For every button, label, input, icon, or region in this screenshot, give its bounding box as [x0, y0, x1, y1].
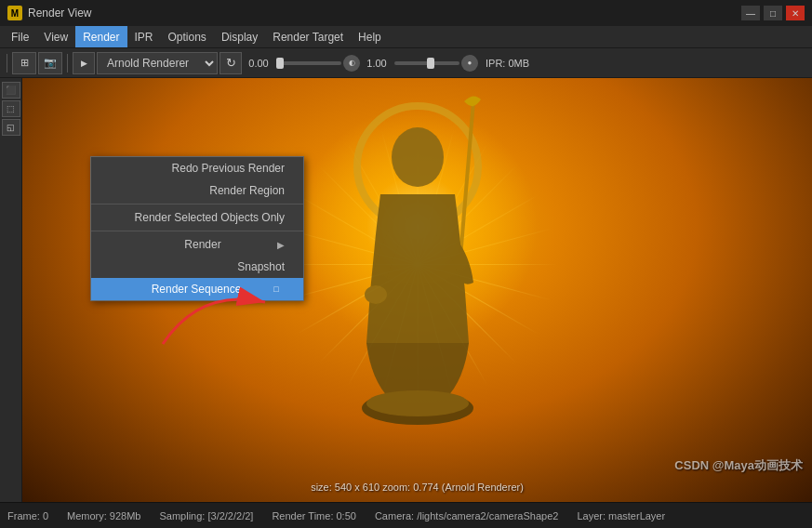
- sequence-shortcut: □: [264, 283, 285, 296]
- exposure-slider[interactable]: [276, 61, 341, 65]
- menu-render[interactable]: Render ▶: [91, 233, 303, 256]
- exposure-group: 0.00: [244, 58, 341, 69]
- menu-bar: File View Render IPR Options Display Ren…: [0, 26, 812, 48]
- left-btn-2[interactable]: ⬚: [2, 100, 20, 117]
- refresh-button[interactable]: ↻: [220, 52, 242, 74]
- renderer-select[interactable]: Arnold Renderer: [97, 52, 218, 74]
- app-icon: M: [7, 6, 22, 20]
- gamma-group: 1.00: [362, 58, 459, 69]
- svg-point-4: [366, 390, 469, 416]
- toolbar-separator-1: [7, 54, 7, 73]
- window-title: Render View: [28, 7, 91, 20]
- status-render-time: Render Time: 0:50: [272, 510, 356, 521]
- selected-label: Render Selected Objects Only: [135, 211, 285, 224]
- render-arrow: ▶: [277, 240, 285, 250]
- redo-label: Redo Previous Render: [172, 162, 285, 175]
- left-btn-1[interactable]: ⬛: [2, 82, 20, 99]
- buddha-figure: [315, 83, 520, 455]
- title-bar: M Render View — □ ✕: [0, 0, 812, 26]
- watermark: CSDN @Maya动画技术: [674, 457, 803, 474]
- region-label: Render Region: [209, 184, 285, 197]
- status-bar: Frame: 0 Memory: 928Mb Sampling: [3/2/2/…: [0, 502, 812, 528]
- render-label: Render: [184, 238, 220, 251]
- status-memory: Memory: 928Mb: [67, 510, 140, 521]
- gamma-value: 1.00: [362, 58, 392, 69]
- gamma-slider[interactable]: [394, 61, 459, 65]
- menu-file[interactable]: File: [4, 26, 36, 47]
- menu-render-region[interactable]: Render Region: [91, 179, 303, 202]
- status-camera: Camera: /lights/camera2/cameraShape2: [375, 510, 558, 521]
- snapshot-label: Snapshot: [237, 260, 285, 273]
- gamma-icon: ●: [461, 55, 478, 72]
- status-frame: Frame: 0: [7, 510, 48, 521]
- svg-point-2: [392, 127, 444, 187]
- close-button[interactable]: ✕: [786, 6, 805, 20]
- exposure-icon: ◐: [343, 55, 360, 72]
- ipr-memory: IPR: 0MB: [486, 58, 529, 69]
- minimize-button[interactable]: —: [741, 6, 760, 20]
- status-layer: Layer: masterLayer: [577, 510, 665, 521]
- toolbar: ⊞ 📷 ▶ Arnold Renderer ↻ 0.00 ◐ 1.00 ● IP…: [0, 48, 812, 78]
- main-content: ⬛ ⬚ ◱: [0, 78, 812, 502]
- sequence-label: Render Sequence: [152, 283, 242, 296]
- shortcut-box: □: [268, 283, 285, 296]
- maximize-button[interactable]: □: [764, 6, 782, 20]
- menu-help[interactable]: Help: [351, 26, 389, 47]
- menu-render[interactable]: Render: [75, 26, 126, 47]
- toolbar-icon-render: ▶: [73, 52, 95, 74]
- menu-redo-previous-render[interactable]: Redo Previous Render: [91, 157, 303, 179]
- left-btn-3[interactable]: ◱: [2, 119, 20, 136]
- status-sampling: Sampling: [3/2/2/2/2]: [160, 510, 254, 521]
- toolbar-btn-grid[interactable]: ⊞: [12, 52, 36, 74]
- toolbar-separator-2: [67, 54, 68, 73]
- toolbar-btn-camera[interactable]: 📷: [38, 52, 62, 74]
- menu-view[interactable]: View: [36, 26, 75, 47]
- menu-render-selected[interactable]: Render Selected Objects Only: [91, 206, 303, 229]
- menu-options[interactable]: Options: [161, 26, 214, 47]
- menu-display[interactable]: Display: [214, 26, 265, 47]
- left-toolbar: ⬛ ⬚ ◱: [0, 78, 22, 502]
- separator-1: [91, 204, 303, 205]
- menu-ipr[interactable]: IPR: [127, 26, 161, 47]
- exposure-value: 0.00: [244, 58, 273, 69]
- viewport-info: size: 540 x 610 zoom: 0.774 (Arnold Rend…: [311, 482, 524, 493]
- render-dropdown-menu: Redo Previous Render Render Region Rende…: [90, 156, 304, 301]
- svg-point-5: [365, 285, 387, 304]
- separator-2: [91, 231, 303, 231]
- menu-render-target[interactable]: Render Target: [265, 26, 351, 47]
- menu-snapshot[interactable]: Snapshot: [91, 256, 303, 278]
- menu-render-sequence[interactable]: Render Sequence □: [91, 278, 303, 300]
